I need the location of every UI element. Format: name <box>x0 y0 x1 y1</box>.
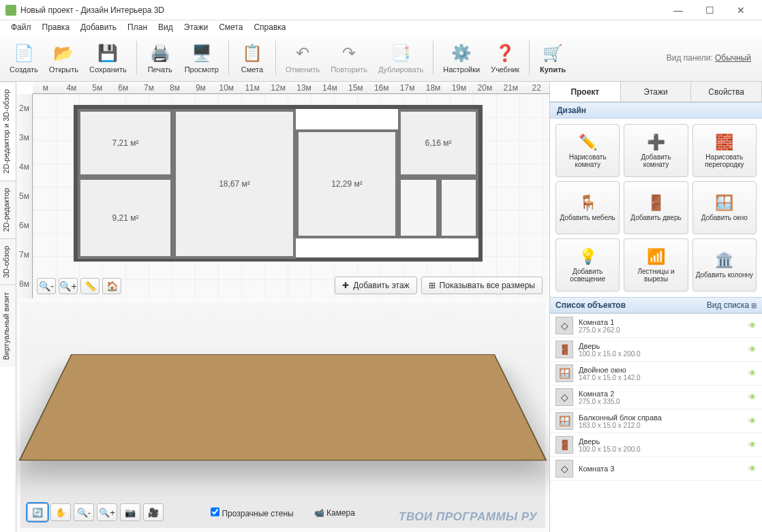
tab-virtual[interactable]: Виртуальный визит <box>0 285 16 367</box>
object-icon: ◇ <box>555 460 573 478</box>
visibility-icon[interactable]: 👁 <box>748 440 757 450</box>
snapshot-button[interactable]: 📷 <box>120 503 140 521</box>
save-button[interactable]: 💾Сохранить <box>84 40 132 76</box>
folder-icon: 📂 <box>52 42 74 64</box>
object-item[interactable]: 🚪Дверь100.0 x 15.0 x 200.0👁 <box>550 338 762 362</box>
object-icon: 🪟 <box>555 364 573 382</box>
list-view-toggle[interactable]: Вид списка ⊞ <box>707 300 757 310</box>
visibility-icon[interactable]: 👁 <box>748 321 757 330</box>
menu-edit[interactable]: Правка <box>37 21 76 33</box>
view-2d[interactable]: 2м3м4м5м6м7м8м 7,21 м² 9,21 м² 18,67 м² … <box>16 94 549 298</box>
add-floor-button[interactable]: ✚Добавить этаж <box>335 277 416 294</box>
view-3d[interactable]: 🔄 ✋ 🔍- 🔍+ 📷 🎥 Прозрачные стены 📹 Камера … <box>16 298 549 532</box>
estimate-button[interactable]: 📋Смета <box>233 40 271 76</box>
object-icon: 🪟 <box>555 412 573 430</box>
design-item-7[interactable]: 📶Лестницы и вырезы <box>624 238 688 292</box>
minimize-button[interactable]: — <box>662 0 694 20</box>
visibility-icon[interactable]: 👁 <box>748 464 757 473</box>
tab-2d[interactable]: 2D-редактор <box>0 181 16 238</box>
panel-mode-link[interactable]: Обычный <box>715 53 751 63</box>
duplicate-button[interactable]: 📑Дублировать <box>373 40 429 76</box>
camera-label[interactable]: 📹 Камера <box>314 508 355 518</box>
design-item-4[interactable]: 🚪Добавить дверь <box>624 181 688 234</box>
side-tabs: 2D-редактор и 3D-обзор 2D-редактор 3D-об… <box>0 82 16 532</box>
right-panel: Проект Этажи Свойства Дизайн ✏️Нарисоват… <box>549 82 762 532</box>
print-button[interactable]: 🖨️Печать <box>141 40 179 76</box>
object-list[interactable]: ◇Комната 1275.0 x 262.0👁🚪Дверь100.0 x 15… <box>550 313 762 532</box>
tab-3d[interactable]: 3D-обзор <box>0 238 16 285</box>
visibility-icon[interactable]: 👁 <box>748 416 757 426</box>
open-button[interactable]: 📂Открыть <box>44 40 84 76</box>
tab-project[interactable]: Проект <box>550 82 621 101</box>
zoom-in-button[interactable]: 🔍+ <box>59 278 78 294</box>
maximize-button[interactable]: ☐ <box>694 0 725 20</box>
design-item-2[interactable]: 🧱Нарисовать перегородку <box>692 124 757 177</box>
design-item-5[interactable]: 🪟Добавить окно <box>692 181 757 234</box>
design-item-8[interactable]: 🏛️Добавить колонну <box>692 238 757 292</box>
menu-add[interactable]: Добавить <box>75 21 122 33</box>
menu-estimate[interactable]: Смета <box>213 21 248 33</box>
design-item-0[interactable]: ✏️Нарисовать комнату <box>555 124 620 177</box>
object-item[interactable]: ◇Комната 3👁 <box>550 457 762 481</box>
zoom-out-button[interactable]: 🔍- <box>37 278 56 294</box>
show-sizes-button[interactable]: ⊞Показывать все размеры <box>421 277 543 294</box>
room-small-1[interactable] <box>398 177 439 238</box>
measure-button[interactable]: 📏 <box>80 278 100 294</box>
undo-icon: ↶ <box>292 42 314 64</box>
room-2[interactable]: 18,67 м² <box>173 109 296 259</box>
object-item[interactable]: 🪟Двойное окно147.0 x 15.0 x 142.0👁 <box>550 362 762 386</box>
menu-view[interactable]: Вид <box>153 21 179 33</box>
room-5[interactable]: 9,21 м² <box>78 177 173 259</box>
panel-mode: Вид панели: Обычный <box>667 53 758 63</box>
design-icon: 🏛️ <box>715 251 733 270</box>
zoom-in-3d-button[interactable]: 🔍+ <box>97 503 117 521</box>
cart-icon: 🛒 <box>542 42 564 64</box>
close-button[interactable]: ✕ <box>725 0 757 20</box>
menu-plan[interactable]: План <box>122 21 153 33</box>
room-3[interactable]: 12,29 м² <box>296 129 398 238</box>
design-item-6[interactable]: 💡Добавить освещение <box>555 238 620 292</box>
room-1[interactable]: 7,21 м² <box>78 109 173 177</box>
menu-file[interactable]: Файл <box>5 21 37 33</box>
floorplan-canvas[interactable]: 7,21 м² 9,21 м² 18,67 м² 12,29 м² 6,16 м… <box>33 94 549 298</box>
settings-button[interactable]: ⚙️Настройки <box>438 40 485 76</box>
design-icon: 🧱 <box>715 133 733 152</box>
watermark: ТВОИ ПРОГРАММЫ РУ <box>399 510 537 524</box>
visibility-icon[interactable]: 👁 <box>748 392 757 402</box>
add-floor-icon: ✚ <box>342 281 349 290</box>
design-icon: 🪟 <box>715 193 733 213</box>
dim-icon: ⊞ <box>429 281 436 290</box>
tab-2d-3d[interactable]: 2D-редактор и 3D-обзор <box>0 82 16 181</box>
redo-button[interactable]: ↷Повторить <box>325 40 373 76</box>
pan-button[interactable]: ✋ <box>50 503 71 521</box>
tab-props[interactable]: Свойства <box>691 82 762 101</box>
visibility-icon[interactable]: 👁 <box>748 345 757 354</box>
design-item-1[interactable]: ➕Добавить комнату <box>624 124 688 177</box>
object-item[interactable]: ◇Комната 1275.0 x 262.0👁 <box>550 314 762 338</box>
help-icon: ❓ <box>494 42 516 64</box>
object-icon: 🚪 <box>555 341 573 358</box>
orbit-button[interactable]: 🔄 <box>27 503 48 521</box>
create-button[interactable]: 📄Создать <box>4 40 44 76</box>
design-item-3[interactable]: 🪑Добавить мебель <box>555 181 620 234</box>
zoom-out-3d-button[interactable]: 🔍- <box>74 503 94 521</box>
visibility-icon[interactable]: 👁 <box>748 369 757 378</box>
object-item[interactable]: ◇Комната 2275.0 x 335.0👁 <box>550 386 762 409</box>
buy-button[interactable]: 🛒Купить <box>534 40 572 76</box>
ruler-vertical: 2м3м4м5м6м7м8м <box>16 94 33 298</box>
tutorial-button[interactable]: ❓Учебник <box>485 40 525 76</box>
undo-button[interactable]: ↶Отменить <box>280 40 325 76</box>
design-icon: ➕ <box>647 133 665 152</box>
object-item[interactable]: 🚪Дверь100.0 x 15.0 x 200.0👁 <box>550 433 762 457</box>
video-button[interactable]: 🎥 <box>143 503 164 521</box>
scene-3d[interactable]: 🔄 ✋ 🔍- 🔍+ 📷 🎥 Прозрачные стены 📹 Камера … <box>20 302 545 528</box>
menu-help[interactable]: Справка <box>248 21 291 33</box>
object-item[interactable]: 🪟Балконный блок справа183.0 x 15.0 x 212… <box>550 409 762 433</box>
menu-floors[interactable]: Этажи <box>179 21 213 33</box>
room-small-2[interactable] <box>439 177 478 238</box>
room-4[interactable]: 6,16 м² <box>398 109 478 177</box>
home-button[interactable]: 🏠 <box>102 278 121 294</box>
preview-button[interactable]: 🖥️Просмотр <box>179 40 224 76</box>
tab-floors[interactable]: Этажи <box>621 82 692 101</box>
transparent-walls-checkbox[interactable]: Прозрачные стены <box>211 507 294 518</box>
